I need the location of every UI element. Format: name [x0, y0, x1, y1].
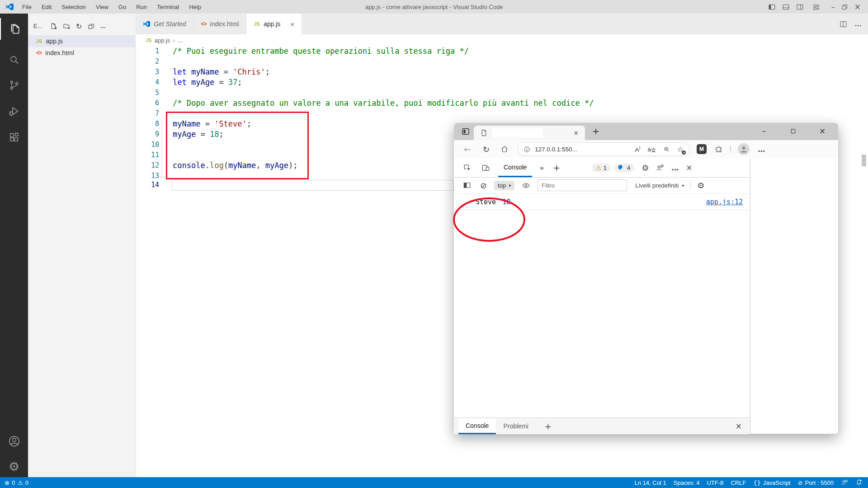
file-item-appjs[interactable]: JS app.js: [28, 35, 136, 47]
tab-get-started[interactable]: Get Started: [136, 14, 194, 34]
profile-avatar[interactable]: [738, 143, 750, 155]
devtools-more-icon[interactable]: …: [671, 164, 679, 172]
devtools-close-icon[interactable]: ×: [686, 163, 692, 172]
browser-maximize-button[interactable]: [790, 128, 796, 134]
notifications-bell-icon[interactable]: [855, 479, 863, 486]
device-emulation-icon[interactable]: [481, 164, 490, 172]
editor-tabstrip: Get Started <> index.html JS app.js ×: [136, 14, 868, 34]
source-control-icon[interactable]: [0, 74, 28, 96]
console-settings-gear-icon[interactable]: ⚙: [697, 181, 704, 190]
devtools-settings-gear-icon[interactable]: ⚙: [642, 163, 649, 173]
close-tab-icon[interactable]: ×: [573, 129, 579, 136]
menu-go[interactable]: Go: [114, 3, 130, 11]
close-tab-icon[interactable]: ×: [290, 20, 294, 28]
file-item-indexhtml[interactable]: <> index.html: [28, 47, 136, 59]
add-tab-icon[interactable]: +: [553, 163, 560, 173]
settings-gear-icon[interactable]: ⚙: [0, 455, 28, 477]
screen: File Edit Selection View Go Run Terminal…: [0, 0, 868, 488]
address-bar[interactable]: 127.0.0.1:550... A) a ☆+: [518, 142, 689, 156]
customize-layout-icon[interactable]: [813, 3, 821, 11]
split-editor-icon[interactable]: [840, 20, 847, 28]
toggle-secondary-sidebar-icon[interactable]: [796, 3, 804, 11]
drawer-tab-problems[interactable]: Problemi: [496, 418, 535, 434]
favorites-star-icon[interactable]: ☆+: [677, 145, 684, 154]
messages-badge[interactable]: 4: [614, 164, 634, 172]
new-tab-icon[interactable]: +: [592, 126, 599, 136]
warnings-badge[interactable]: ⚠1: [592, 164, 611, 172]
zoom-icon[interactable]: [663, 146, 670, 153]
close-window-button[interactable]: ×: [854, 2, 861, 11]
language-mode[interactable]: {}JavaScript: [753, 479, 790, 486]
browser-tab[interactable]: ×: [474, 126, 585, 140]
toggle-sidebar-icon[interactable]: [768, 3, 776, 11]
browser-settings-more-icon[interactable]: …: [758, 145, 765, 154]
console-toolbar: ⊘ top▾ Livelli predefiniti▾ ⚙: [454, 177, 750, 194]
live-expression-eye-icon[interactable]: [522, 181, 530, 190]
new-folder-icon[interactable]: [63, 23, 71, 30]
console-sidebar-icon[interactable]: [463, 181, 471, 189]
refresh-explorer-icon[interactable]: ↻: [76, 22, 82, 31]
browser-minimize-button[interactable]: –: [762, 126, 766, 135]
problems-warnings[interactable]: ⚠0: [18, 479, 28, 486]
error-icon: ⊗: [5, 479, 9, 486]
encoding[interactable]: UTF-8: [707, 479, 723, 486]
inspect-element-icon[interactable]: [463, 164, 472, 172]
site-info-icon[interactable]: [524, 146, 530, 153]
restore-button[interactable]: [841, 4, 848, 10]
log-levels-selector[interactable]: Livelli predefiniti▾: [635, 182, 684, 189]
menu-edit[interactable]: Edit: [38, 3, 56, 11]
log-number: 18: [502, 198, 510, 206]
editor-more-actions-icon[interactable]: …: [854, 20, 862, 28]
filter-input[interactable]: [538, 179, 627, 191]
read-aloud-icon[interactable]: A): [635, 145, 640, 153]
accounts-icon[interactable]: [0, 430, 28, 452]
menu-help[interactable]: Help: [185, 3, 205, 11]
explorer-more-actions-icon[interactable]: …: [100, 23, 106, 29]
drawer-close-icon[interactable]: ×: [736, 422, 742, 431]
new-file-icon[interactable]: [50, 23, 57, 30]
refresh-icon[interactable]: ↻: [483, 145, 490, 154]
collapse-folders-icon[interactable]: [87, 23, 95, 30]
tab-title-blanked: [492, 128, 542, 137]
home-icon[interactable]: [500, 145, 509, 153]
menu-file[interactable]: File: [18, 3, 36, 11]
feedback-icon[interactable]: [841, 479, 848, 486]
editor-scrollbar[interactable]: [862, 155, 866, 166]
drawer-tab-console[interactable]: Console: [458, 418, 496, 434]
cursor-position[interactable]: Ln 14, Col 1: [635, 479, 666, 486]
toggle-panel-icon[interactable]: [782, 3, 790, 11]
back-icon[interactable]: ←: [464, 144, 471, 154]
menu-run[interactable]: Run: [132, 3, 151, 11]
menu-terminal[interactable]: Terminal: [153, 3, 183, 11]
tab-actions-menu-icon[interactable]: [461, 127, 470, 136]
extensions-icon[interactable]: [0, 127, 28, 148]
devtools-tab-console[interactable]: Console: [498, 158, 532, 177]
log-source-link[interactable]: app.js:12: [706, 198, 743, 206]
search-icon[interactable]: [0, 49, 28, 70]
run-debug-icon[interactable]: [0, 100, 28, 122]
address-url[interactable]: 127.0.0.1:550...: [535, 146, 577, 153]
drawer-add-icon[interactable]: +: [545, 422, 552, 431]
explorer-icon[interactable]: [0, 18, 29, 40]
eol-sequence[interactable]: CRLF: [731, 479, 746, 486]
menu-selection[interactable]: Selection: [57, 3, 90, 11]
translate-icon[interactable]: a: [647, 146, 656, 153]
explorer-header-label: E…: [33, 23, 42, 29]
minimize-button[interactable]: –: [831, 3, 835, 11]
indentation[interactable]: Spaces: 4: [674, 479, 700, 486]
breadcrumb[interactable]: JS app.js › …: [136, 34, 868, 46]
m-extension-icon[interactable]: M: [697, 144, 707, 154]
browser-close-button[interactable]: ×: [819, 127, 826, 136]
page-icon: [480, 129, 487, 136]
more-tabs-chevron-icon[interactable]: »: [539, 164, 544, 172]
devtools-feedback-icon[interactable]: [656, 164, 664, 172]
menu-view[interactable]: View: [92, 3, 113, 11]
extensions-puzzle-icon[interactable]: [715, 145, 723, 154]
page-content-area: [750, 158, 838, 434]
tab-index-html[interactable]: <> index.html: [194, 14, 247, 34]
live-server-port[interactable]: ⊘Port : 5500: [797, 479, 834, 486]
clear-console-icon[interactable]: ⊘: [480, 181, 487, 190]
problems-errors[interactable]: ⊗0: [5, 479, 15, 486]
tab-app-js[interactable]: JS app.js ×: [246, 14, 302, 34]
context-selector[interactable]: top▾: [494, 181, 514, 190]
